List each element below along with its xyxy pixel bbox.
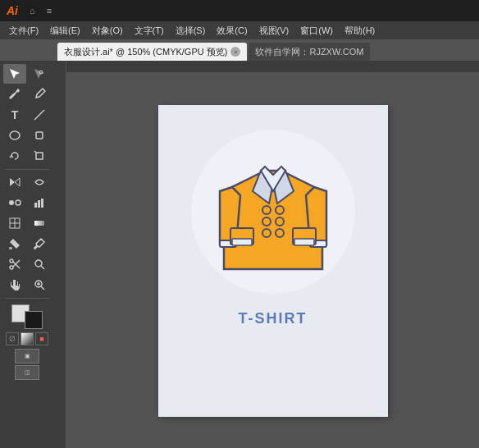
coat-illustration: [216, 146, 331, 277]
type-tool[interactable]: T: [3, 105, 26, 125]
svg-marker-8: [15, 178, 20, 186]
home-icon[interactable]: ⌂: [26, 4, 39, 17]
svg-point-19: [10, 259, 13, 263]
tool-row-hand: [2, 275, 52, 295]
tool-row-type: T: [2, 105, 52, 125]
svg-line-26: [41, 286, 44, 290]
paint-bucket-tool[interactable]: [3, 234, 26, 254]
svg-rect-17: [34, 221, 44, 226]
hand-tool[interactable]: [3, 275, 26, 295]
scissors-tool[interactable]: [3, 254, 26, 274]
menu-file[interactable]: 文件(F): [3, 23, 44, 39]
blend-tool[interactable]: [3, 193, 26, 213]
ruler-horizontal: [54, 61, 479, 73]
title-bar: Ai ⌂ ≡: [0, 0, 479, 21]
tab-bar: 衣服设计.ai* @ 150% (CMYK/GPU 预览) × 软件自学网：RJ…: [0, 39, 479, 61]
reflect-tool[interactable]: [3, 172, 26, 192]
stack-icons: ▣ ◫: [2, 349, 52, 380]
main-area: T: [0, 61, 479, 448]
svg-rect-18: [9, 247, 12, 249]
pen-tool[interactable]: [3, 85, 26, 104]
svg-rect-11: [34, 203, 37, 208]
zoom-tool[interactable]: [28, 254, 51, 274]
menu-help[interactable]: 帮助(H): [339, 23, 381, 39]
svg-line-2: [34, 110, 44, 120]
menu-window[interactable]: 窗口(W): [294, 23, 339, 39]
tool-divider-2: [5, 298, 49, 299]
menu-view[interactable]: 视图(V): [253, 23, 295, 39]
tool-row-select: [2, 64, 52, 84]
toolbar: T: [0, 61, 54, 448]
svg-point-20: [10, 266, 13, 269]
svg-rect-12: [38, 200, 40, 208]
pencil-tool[interactable]: [28, 85, 51, 104]
svg-point-37: [262, 229, 271, 237]
svg-point-40: [276, 229, 284, 237]
svg-rect-34: [294, 239, 314, 245]
tool-row-shape: [2, 126, 52, 145]
tool-row-blend: [2, 193, 52, 213]
svg-point-1: [17, 90, 20, 93]
svg-point-35: [262, 206, 271, 214]
menu-select[interactable]: 选择(S): [170, 23, 212, 39]
canvas-area[interactable]: T-SHIRT: [54, 61, 479, 448]
tool-row-paint: [2, 234, 52, 254]
tool-row-rotate: [2, 146, 52, 166]
arrange-icon-2[interactable]: ◫: [15, 365, 39, 380]
select-tool[interactable]: [3, 64, 26, 84]
card-label: T-SHIRT: [239, 310, 308, 327]
zoom-view-tool[interactable]: [28, 275, 51, 295]
menu-text[interactable]: 文字(T): [129, 23, 170, 39]
svg-point-36: [262, 217, 271, 226]
gradient-color-btn[interactable]: [21, 332, 34, 345]
scale-tool[interactable]: [28, 146, 51, 166]
svg-line-24: [41, 266, 44, 269]
app-logo: Ai: [7, 4, 18, 17]
eraser-tool[interactable]: [28, 126, 51, 145]
pattern-color-btn[interactable]: ■: [35, 332, 48, 345]
svg-point-39: [276, 217, 284, 226]
ellipse-tool[interactable]: [3, 126, 26, 145]
artboard: T-SHIRT: [158, 105, 388, 417]
svg-point-23: [35, 260, 42, 267]
gradient-tool[interactable]: [28, 213, 51, 233]
svg-point-9: [9, 200, 14, 205]
warp-tool[interactable]: [28, 172, 51, 192]
menu-effect[interactable]: 效果(C): [211, 23, 253, 39]
rotate-tool[interactable]: [3, 146, 26, 166]
tab-active[interactable]: 衣服设计.ai* @ 150% (CMYK/GPU 预览) ×: [57, 43, 247, 61]
svg-point-3: [10, 131, 20, 139]
menu-icon[interactable]: ≡: [43, 4, 55, 17]
none-color-btn[interactable]: ∅: [6, 332, 19, 345]
ruler-vertical: [54, 61, 66, 448]
eyedropper-tool[interactable]: [28, 234, 51, 254]
svg-line-6: [34, 151, 36, 153]
svg-rect-13: [41, 199, 43, 208]
tool-row-pen: [2, 85, 52, 104]
mesh-tool[interactable]: [3, 213, 26, 233]
tool-row-scissors: [2, 254, 52, 274]
menu-bar: 文件(F) 编辑(E) 对象(O) 文字(T) 选择(S) 效果(C) 视图(V…: [0, 21, 479, 39]
tool-row-reflect: [2, 172, 52, 192]
column-graph-tool[interactable]: [28, 193, 51, 213]
svg-rect-4: [36, 132, 43, 139]
color-swatches: ∅ ■: [2, 304, 52, 345]
circle-background: [191, 130, 355, 294]
svg-point-10: [16, 200, 21, 205]
menu-edit[interactable]: 编辑(E): [44, 23, 86, 39]
line-tool[interactable]: [28, 105, 51, 125]
svg-rect-32: [232, 239, 252, 245]
direct-select-tool[interactable]: [28, 64, 51, 84]
swatch-group[interactable]: [11, 304, 43, 329]
menu-object[interactable]: 对象(O): [86, 23, 129, 39]
tab-active-label: 衣服设计.ai* @ 150% (CMYK/GPU 预览): [64, 46, 227, 58]
tab-inactive-label: 软件自学网：RJZXW.COM: [255, 46, 363, 58]
tool-divider-1: [5, 169, 49, 170]
color-mode-row: ∅ ■: [6, 332, 48, 345]
tool-row-mesh: [2, 213, 52, 233]
background-swatch[interactable]: [25, 311, 43, 329]
tab-close-button[interactable]: ×: [230, 47, 240, 57]
tab-inactive[interactable]: 软件自学网：RJZXW.COM: [249, 43, 370, 61]
arrange-icon-1[interactable]: ▣: [15, 349, 39, 363]
svg-point-38: [276, 206, 284, 214]
